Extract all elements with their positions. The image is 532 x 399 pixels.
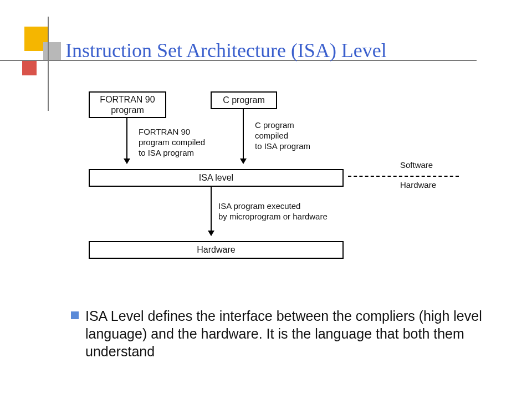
box-hardware: Hardware <box>89 241 344 259</box>
label-hardware-side: Hardware <box>400 180 436 191</box>
decor-square-red <box>22 61 37 75</box>
box-hardware-label: Hardware <box>197 244 235 255</box>
bullet-text: ISA Level defines the interface between … <box>85 307 492 360</box>
arrow-c-to-isa <box>243 109 244 163</box>
label-fortran-compiled: FORTRAN 90program compiledto ISA program <box>139 127 233 158</box>
box-c-program: C program <box>211 91 277 109</box>
box-fortran: FORTRAN 90program <box>89 91 166 118</box>
decor-line-vertical <box>48 17 49 111</box>
box-isa-label: ISA level <box>199 172 233 183</box>
decor-square-gray <box>43 42 61 60</box>
label-isa-executed: ISA program executedby microprogram or h… <box>218 201 346 222</box>
label-c-compiled: C programcompiledto ISA program <box>255 120 338 151</box>
isa-diagram: FORTRAN 90program C program ISA level Ha… <box>89 91 482 280</box>
bullet-item: ISA Level defines the interface between … <box>71 307 492 360</box>
box-c-label: C program <box>223 95 265 105</box>
arrow-isa-to-hardware <box>211 187 212 236</box>
box-isa-level: ISA level <box>89 169 344 187</box>
label-software: Software <box>400 160 433 171</box>
arrow-fortran-to-isa <box>126 118 127 163</box>
software-hardware-divider <box>348 176 459 177</box>
slide-title: Instruction Set Architecture (ISA) Level <box>65 39 387 62</box>
box-fortran-label: FORTRAN 90program <box>100 94 155 115</box>
bullet-icon <box>71 311 79 319</box>
